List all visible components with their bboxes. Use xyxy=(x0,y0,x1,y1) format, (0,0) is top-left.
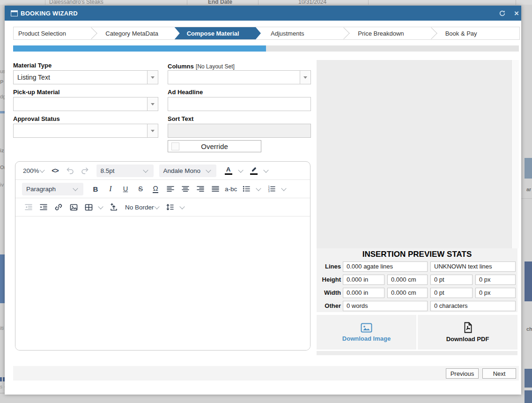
columns-select[interactable] xyxy=(168,70,311,84)
caret-down-icon xyxy=(151,103,155,105)
stat-value: 0.000 in xyxy=(343,275,384,285)
bullet-list-menu[interactable] xyxy=(255,182,263,195)
image-icon[interactable] xyxy=(67,201,80,214)
font-size-value: 8.5pt xyxy=(101,167,115,174)
align-center-icon[interactable] xyxy=(179,182,192,195)
preview-stats-title: INSERTION PREVIEW STATS xyxy=(317,250,517,259)
text-color-icon[interactable]: A xyxy=(222,164,235,177)
stat-value: 0.000 cm xyxy=(387,275,428,285)
numbered-list-menu[interactable] xyxy=(280,182,288,195)
approval-status-label: Approval Status xyxy=(13,115,60,122)
chevron-down-icon xyxy=(206,167,211,172)
override-toggle[interactable]: Override xyxy=(168,140,261,152)
bg-fragment: iz xyxy=(0,148,5,153)
download-pdf-button[interactable]: Download PDF xyxy=(418,315,517,350)
wizard-steps: Product Selection Category MetaData Comp… xyxy=(13,27,520,40)
indent-icon[interactable] xyxy=(37,201,50,214)
editor-toolbar-row-1: 200% <> 8.5pt Andale Mono xyxy=(15,162,310,180)
upload-icon[interactable] xyxy=(107,201,120,214)
align-right-icon[interactable] xyxy=(194,182,207,195)
table-border-select[interactable]: No Border xyxy=(124,201,162,214)
next-button[interactable]: Next xyxy=(482,368,516,379)
font-size-select[interactable]: 8.5pt xyxy=(96,164,154,177)
source-code-icon[interactable]: <> xyxy=(49,164,62,177)
bold-icon[interactable]: B xyxy=(89,182,102,195)
table-menu[interactable] xyxy=(97,201,105,214)
step-category-metadata[interactable]: Category MetaData xyxy=(92,27,179,39)
step-price-breakdown[interactable]: Price Breakdown xyxy=(345,27,432,39)
previous-button[interactable]: Previous xyxy=(446,368,479,379)
step-label: Price Breakdown xyxy=(358,30,404,37)
bg-cell-divider xyxy=(45,0,45,5)
outdent-icon[interactable] xyxy=(22,201,35,214)
chevron-down-icon xyxy=(98,204,103,209)
insertion-preview-canvas xyxy=(317,60,511,248)
chevron-down-icon xyxy=(154,204,159,209)
editor-toolbar-row-3: No Border xyxy=(15,198,310,216)
refresh-icon[interactable] xyxy=(497,9,507,17)
underline-icon[interactable]: U xyxy=(119,182,132,195)
text-color-menu[interactable] xyxy=(237,164,245,177)
chevron-down-icon xyxy=(238,167,243,172)
block-format-select[interactable]: Paragraph xyxy=(22,183,83,195)
step-compose-material[interactable]: Compose Material xyxy=(175,27,261,39)
step-book-and-pay[interactable]: Book & Pay xyxy=(432,27,519,39)
bg-blue-block xyxy=(525,390,532,403)
link-icon[interactable] xyxy=(52,201,65,214)
special-character-icon[interactable]: Ω xyxy=(149,182,162,195)
highlight-color-icon[interactable] xyxy=(247,164,260,177)
bg-fragment: P xyxy=(0,79,5,85)
chevron-down-icon xyxy=(73,186,78,191)
step-adjustments[interactable]: Adjustments xyxy=(256,27,345,39)
bg-blue-block xyxy=(0,377,2,381)
zoom-select[interactable]: 200% xyxy=(22,164,47,177)
dropdown-button[interactable] xyxy=(147,97,158,111)
numbered-list-icon[interactable]: 123 xyxy=(265,182,278,195)
editor-content[interactable] xyxy=(15,216,310,351)
modal-title: BOOKING WIZARD xyxy=(21,10,78,17)
zoom-value: 200% xyxy=(23,167,39,174)
bullet-list-icon[interactable] xyxy=(240,182,253,195)
dropdown-button[interactable] xyxy=(147,71,158,84)
material-type-select[interactable]: Listing Text xyxy=(13,70,158,84)
font-family-select[interactable]: Andale Mono xyxy=(159,164,216,177)
bg-fragment: iti xyxy=(0,325,5,331)
override-checkbox[interactable] xyxy=(171,142,179,150)
ad-headline-input[interactable] xyxy=(168,97,311,111)
dropdown-button[interactable] xyxy=(147,124,158,137)
block-format-value: Paragraph xyxy=(26,186,56,193)
strikethrough-icon[interactable]: S xyxy=(134,182,147,195)
approval-status-select[interactable] xyxy=(13,124,158,138)
align-justify-icon[interactable] xyxy=(209,182,222,195)
bg-fragment: ch xyxy=(526,326,532,332)
background-table-row: Dalessandro's Steaks End Date 10/31/2024 xyxy=(0,0,532,5)
highlight-color-menu[interactable] xyxy=(262,164,271,177)
modal-titlebar: BOOKING WIZARD × xyxy=(5,6,521,21)
stat-label-width: Width xyxy=(317,288,341,298)
stat-value: 0 px xyxy=(475,288,516,298)
stat-value: 0 pt xyxy=(430,288,473,298)
line-height-icon[interactable] xyxy=(163,201,177,214)
close-icon[interactable]: × xyxy=(512,9,521,17)
bg-fragment: iv xyxy=(0,182,5,187)
table-icon[interactable] xyxy=(82,201,95,214)
redo-icon[interactable] xyxy=(79,164,92,177)
step-product-selection[interactable]: Product Selection xyxy=(14,27,92,39)
bg-blue-block xyxy=(525,261,532,301)
bg-fragment: Or xyxy=(0,164,5,170)
undo-icon[interactable] xyxy=(64,164,77,177)
italic-icon[interactable]: I xyxy=(104,182,117,195)
chevron-down-icon xyxy=(143,167,148,172)
dropdown-button[interactable] xyxy=(300,71,310,84)
caret-down-icon xyxy=(303,76,307,79)
chevron-down-icon xyxy=(263,167,268,172)
download-image-button[interactable]: Download Image xyxy=(317,315,416,350)
pdf-icon xyxy=(463,322,473,333)
stat-value: 0.000 agate lines xyxy=(343,261,428,272)
stat-label-height: Height xyxy=(317,275,341,285)
line-height-menu[interactable] xyxy=(178,201,187,214)
preview-scrollbar[interactable] xyxy=(511,60,519,248)
hyphenate-icon[interactable]: a-bc xyxy=(224,182,238,195)
pickup-material-select[interactable] xyxy=(13,97,158,111)
align-left-icon[interactable] xyxy=(164,182,177,195)
